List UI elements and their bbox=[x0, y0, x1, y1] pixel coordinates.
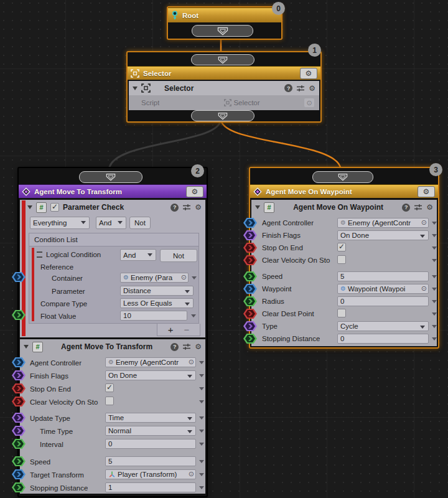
input-port-clear-velocity[interactable] bbox=[12, 397, 26, 406]
clear-velocity-checkbox[interactable] bbox=[105, 397, 114, 405]
float-value-input[interactable]: 10 bbox=[120, 311, 187, 321]
stopping-distance-input[interactable]: 0 bbox=[337, 334, 429, 344]
script-object-field[interactable]: Selector bbox=[224, 99, 259, 106]
enabled-checkbox[interactable] bbox=[50, 203, 59, 212]
chevron-down-icon[interactable] bbox=[199, 430, 204, 433]
presets-icon[interactable] bbox=[182, 204, 191, 211]
chevron-down-icon[interactable] bbox=[432, 312, 437, 316]
compare-type-dropdown[interactable]: Less Or Equals bbox=[120, 298, 194, 308]
input-port-stop-on-end[interactable] bbox=[12, 383, 26, 393]
add-condition-button[interactable]: + bbox=[168, 325, 174, 334]
input-port-stopping-distance[interactable] bbox=[12, 482, 26, 492]
chevron-down-icon[interactable] bbox=[199, 443, 204, 446]
chevron-down-icon[interactable] bbox=[432, 247, 437, 250]
node-root-header[interactable]: Root bbox=[168, 7, 281, 22]
chevron-down-icon[interactable] bbox=[432, 259, 437, 262]
foldout-icon[interactable] bbox=[133, 87, 138, 90]
graph-canvas[interactable]: Root 0 Selector ⚙ Selector ? ⚙ bbox=[0, 0, 448, 498]
presets-icon[interactable] bbox=[414, 204, 422, 211]
foldout-icon[interactable] bbox=[255, 205, 260, 209]
remove-condition-button[interactable]: − bbox=[184, 325, 189, 334]
container-object-field[interactable]: ⚙ Enemy (Para ⊙ bbox=[120, 273, 189, 283]
gear-icon[interactable]: ⚙ bbox=[309, 85, 315, 92]
chevron-down-icon[interactable] bbox=[192, 276, 197, 280]
input-port-update-type[interactable] bbox=[12, 413, 26, 423]
input-port-float-value[interactable] bbox=[12, 310, 26, 320]
help-icon[interactable]: ? bbox=[284, 84, 292, 92]
object-picker-icon[interactable]: ⊙ bbox=[189, 470, 194, 478]
node-settings-button[interactable]: ⚙ bbox=[300, 68, 317, 79]
input-port-radius[interactable] bbox=[243, 296, 257, 306]
gear-icon[interactable]: ⚙ bbox=[426, 204, 433, 211]
interval-input[interactable]: 0 bbox=[105, 439, 196, 449]
chevron-down-icon[interactable] bbox=[199, 387, 204, 390]
input-port-type[interactable] bbox=[243, 321, 257, 331]
foldout-icon[interactable] bbox=[27, 205, 32, 209]
not-button[interactable]: Not bbox=[160, 249, 197, 262]
chevron-down-icon[interactable] bbox=[432, 325, 437, 328]
object-picker-icon[interactable]: ⊙ bbox=[421, 284, 427, 293]
node-selector-header[interactable]: Selector ⚙ bbox=[128, 66, 320, 80]
node-header[interactable]: Agent Move To Transform ⚙ bbox=[19, 184, 207, 198]
object-picker-icon[interactable]: ⊙ bbox=[304, 98, 314, 107]
chevron-down-icon[interactable] bbox=[199, 374, 204, 377]
selector-output-port[interactable] bbox=[191, 110, 254, 121]
input-port-speed[interactable] bbox=[12, 456, 26, 466]
stopping-distance-input[interactable]: 1 bbox=[105, 482, 196, 492]
chevron-down-icon[interactable] bbox=[432, 288, 437, 291]
update-type-dropdown[interactable]: Time bbox=[105, 413, 196, 423]
chevron-down-icon[interactable] bbox=[199, 361, 204, 364]
operator-dropdown[interactable]: And bbox=[96, 217, 126, 229]
drag-handle-icon[interactable] bbox=[37, 251, 42, 258]
input-port-finish-flags[interactable] bbox=[243, 230, 257, 240]
logical-op-dropdown[interactable]: And bbox=[120, 249, 156, 261]
input-port-stop-on-end[interactable] bbox=[243, 243, 257, 253]
clear-dest-point-checkbox[interactable] bbox=[337, 309, 346, 317]
input-port-clear-dest-point[interactable] bbox=[243, 309, 257, 319]
presets-icon[interactable] bbox=[182, 343, 191, 350]
input-port-speed[interactable] bbox=[243, 271, 257, 281]
chevron-down-icon[interactable] bbox=[199, 416, 204, 420]
object-picker-icon[interactable]: ⊙ bbox=[181, 273, 187, 281]
chevron-down-icon[interactable] bbox=[191, 314, 196, 317]
chevron-down-icon[interactable] bbox=[432, 222, 437, 225]
gear-icon[interactable]: ⚙ bbox=[195, 204, 202, 211]
stop-on-end-checkbox[interactable] bbox=[105, 383, 114, 392]
node-header[interactable]: Agent Move On Waypoint ⚙ bbox=[250, 184, 438, 198]
input-port-target-transform[interactable] bbox=[12, 469, 26, 479]
clear-velocity-checkbox[interactable] bbox=[337, 255, 346, 264]
object-picker-icon[interactable]: ⊙ bbox=[189, 358, 194, 366]
node-selector[interactable]: Selector ⚙ Selector ? ⚙ Script Selector … bbox=[126, 51, 322, 123]
chevron-down-icon[interactable] bbox=[199, 473, 204, 476]
time-type-dropdown[interactable]: Normal bbox=[105, 426, 196, 436]
input-port-stopping-distance[interactable] bbox=[243, 334, 257, 344]
input-port-waypoint[interactable] bbox=[243, 284, 257, 294]
input-port-finish-flags[interactable] bbox=[12, 370, 26, 380]
input-port-container[interactable] bbox=[12, 272, 26, 282]
finish-flags-dropdown[interactable]: On Done bbox=[105, 370, 196, 380]
agent-controller-object-field[interactable]: ⚙ Enemy (AgentContr ⊙ bbox=[105, 357, 196, 367]
chevron-down-icon[interactable] bbox=[199, 460, 204, 463]
input-port-clear-velocity[interactable] bbox=[243, 255, 257, 265]
input-port-time-type[interactable] bbox=[12, 426, 26, 436]
chevron-down-icon[interactable] bbox=[432, 275, 437, 278]
stop-on-end-checkbox[interactable] bbox=[337, 243, 346, 251]
mask-dropdown[interactable]: Everything bbox=[30, 217, 90, 229]
radius-input[interactable]: 0 bbox=[337, 296, 429, 306]
finish-flags-dropdown[interactable]: On Done bbox=[337, 230, 429, 240]
node-root[interactable]: Root bbox=[167, 6, 282, 40]
input-port-agent-controller[interactable] bbox=[12, 357, 26, 367]
agent-controller-object-field[interactable]: ⚙ Enemy (AgentContr ⊙ bbox=[337, 218, 429, 228]
chevron-down-icon[interactable] bbox=[432, 337, 437, 341]
wire-selector-to-move-to-transform[interactable] bbox=[109, 119, 221, 171]
input-port-agent-controller[interactable] bbox=[243, 218, 257, 228]
root-output-port[interactable] bbox=[192, 25, 253, 37]
node-agent-move-to-transform[interactable]: Agent Move To Transform ⚙ # Parameter Ch… bbox=[17, 167, 208, 497]
chevron-down-icon[interactable] bbox=[432, 234, 437, 237]
foldout-icon[interactable] bbox=[24, 345, 29, 349]
chevron-down-icon[interactable] bbox=[432, 300, 437, 303]
selector-input-port[interactable] bbox=[191, 54, 254, 65]
move-to-transform-input-port[interactable] bbox=[79, 171, 142, 183]
object-picker-icon[interactable]: ⊙ bbox=[421, 218, 427, 227]
waypoint-object-field[interactable]: ⚙ Waypoint (Waypoi ⊙ bbox=[337, 284, 429, 294]
